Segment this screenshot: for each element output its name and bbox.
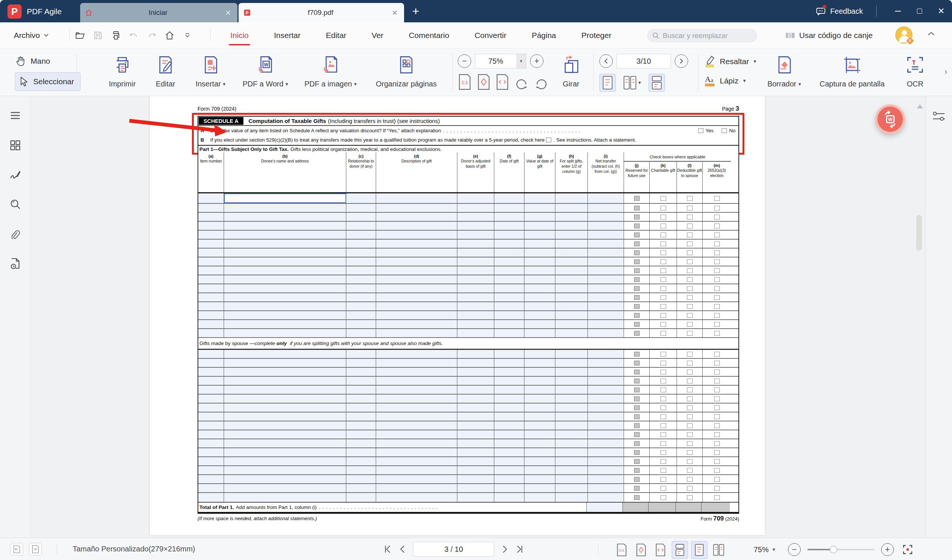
gift-entry-field[interactable] <box>198 293 224 301</box>
gift-entry-field[interactable] <box>524 213 555 221</box>
gift-entry-field[interactable] <box>555 395 588 403</box>
actual-size-button[interactable]: 1:1 <box>614 541 630 559</box>
gift-entry-field[interactable] <box>198 311 224 319</box>
check-cell[interactable] <box>650 457 677 465</box>
gift-entry-field[interactable] <box>198 430 224 438</box>
check-cell[interactable] <box>650 439 677 447</box>
gift-entry-field[interactable] <box>494 493 524 502</box>
gift-entry-field[interactable] <box>555 302 588 310</box>
gift-entry-field[interactable] <box>457 302 494 310</box>
gift-entry-field[interactable] <box>346 329 376 337</box>
checkbox[interactable] <box>714 387 720 392</box>
gift-entry-field[interactable] <box>198 320 224 328</box>
check-cell[interactable] <box>650 359 677 367</box>
check-cell[interactable] <box>703 439 731 447</box>
check-cell[interactable] <box>677 275 703 284</box>
gift-entry-field[interactable] <box>588 320 624 328</box>
gift-entry-field[interactable] <box>555 439 588 447</box>
search-panel-button[interactable] <box>10 199 20 210</box>
gift-entry-field[interactable] <box>524 475 555 483</box>
gift-entry-field[interactable] <box>376 439 457 447</box>
gift-entry-field[interactable] <box>555 284 588 293</box>
checkbox[interactable] <box>687 286 692 291</box>
gift-entry-field[interactable] <box>198 466 224 474</box>
gift-entry-field[interactable] <box>588 404 624 412</box>
check-cell[interactable] <box>650 493 677 502</box>
gift-entry-field[interactable] <box>198 475 224 483</box>
gift-entry-field[interactable] <box>555 248 588 257</box>
check-cell[interactable] <box>677 448 703 457</box>
check-cell[interactable] <box>703 193 731 203</box>
gift-entry-field[interactable] <box>588 430 624 438</box>
checkbox[interactable] <box>714 441 720 446</box>
gift-entry-field[interactable] <box>346 320 376 328</box>
check-cell[interactable] <box>703 404 731 412</box>
gift-entry-field[interactable] <box>494 293 524 301</box>
gift-entry-field[interactable] <box>346 457 376 465</box>
check-cell[interactable] <box>624 377 650 385</box>
check-cell[interactable] <box>624 284 650 293</box>
gift-entry-field[interactable] <box>346 404 376 412</box>
gift-entry-field[interactable] <box>588 258 624 266</box>
gift-entry-field[interactable] <box>224 266 346 275</box>
gift-entry-field[interactable] <box>346 421 376 430</box>
checkbox[interactable] <box>687 331 692 336</box>
reserved-checkbox[interactable] <box>634 468 640 473</box>
checkbox[interactable] <box>714 286 720 291</box>
gift-entry-field[interactable] <box>346 275 376 284</box>
reserved-checkbox[interactable] <box>634 322 640 327</box>
check-cell[interactable] <box>624 368 650 376</box>
checkbox[interactable] <box>714 414 720 419</box>
archivo-menu[interactable]: Archivo <box>14 31 49 40</box>
check-cell[interactable] <box>650 302 677 310</box>
gift-entry-field[interactable] <box>494 475 524 483</box>
gift-entry-field[interactable] <box>588 493 624 502</box>
gift-entry-field[interactable] <box>198 359 224 367</box>
check-cell[interactable] <box>677 231 703 239</box>
gift-entry-field[interactable] <box>494 430 524 438</box>
gift-entry-field[interactable] <box>198 239 224 248</box>
check-cell[interactable] <box>703 430 731 438</box>
check-cell[interactable] <box>677 213 703 221</box>
check-cell[interactable] <box>703 421 731 430</box>
check-cell[interactable] <box>677 404 703 412</box>
checkbox[interactable] <box>687 441 692 446</box>
gift-entry-field[interactable] <box>457 311 494 319</box>
gift-entry-field[interactable] <box>524 386 555 394</box>
gift-entry-field[interactable] <box>524 430 555 438</box>
gift-entry-field[interactable] <box>457 439 494 447</box>
screenshot-button[interactable]: Captura de pantalla <box>813 51 892 88</box>
gift-entry-field[interactable] <box>346 284 376 293</box>
check-cell[interactable] <box>650 204 677 212</box>
check-cell[interactable] <box>677 475 703 483</box>
rotate-left-icon[interactable] <box>515 74 529 90</box>
check-cell[interactable] <box>650 386 677 394</box>
gift-entry-field[interactable] <box>376 302 457 310</box>
checkbox[interactable] <box>687 486 692 491</box>
check-cell[interactable] <box>703 466 731 474</box>
gift-entry-field[interactable] <box>198 404 224 412</box>
gift-entry-field[interactable] <box>224 475 346 483</box>
gift-entry-field[interactable] <box>376 466 457 474</box>
checkbox[interactable] <box>660 414 666 419</box>
zoom-dropdown-icon[interactable]: ▼ <box>516 54 526 68</box>
checkbox[interactable] <box>714 268 720 273</box>
checkbox[interactable] <box>687 268 692 273</box>
check-cell[interactable] <box>624 457 650 465</box>
checkbox[interactable] <box>687 495 692 500</box>
checkbox[interactable] <box>714 304 720 309</box>
gift-entry-field[interactable] <box>376 404 457 412</box>
check-cell[interactable] <box>677 457 703 465</box>
gift-entry-field[interactable] <box>224 302 346 310</box>
reserved-checkbox[interactable] <box>634 423 640 428</box>
gift-entry-field[interactable] <box>198 350 224 358</box>
check-cell[interactable] <box>677 293 703 301</box>
single-page-view-button[interactable] <box>600 74 616 92</box>
check-cell[interactable] <box>677 350 703 358</box>
gift-entry-field[interactable] <box>457 275 494 284</box>
checkbox[interactable] <box>660 486 666 491</box>
check-cell[interactable] <box>677 204 703 212</box>
checkbox[interactable] <box>714 361 720 366</box>
gift-entry-field[interactable] <box>198 231 224 239</box>
select-tool-button[interactable]: Seleccionar <box>15 72 80 91</box>
